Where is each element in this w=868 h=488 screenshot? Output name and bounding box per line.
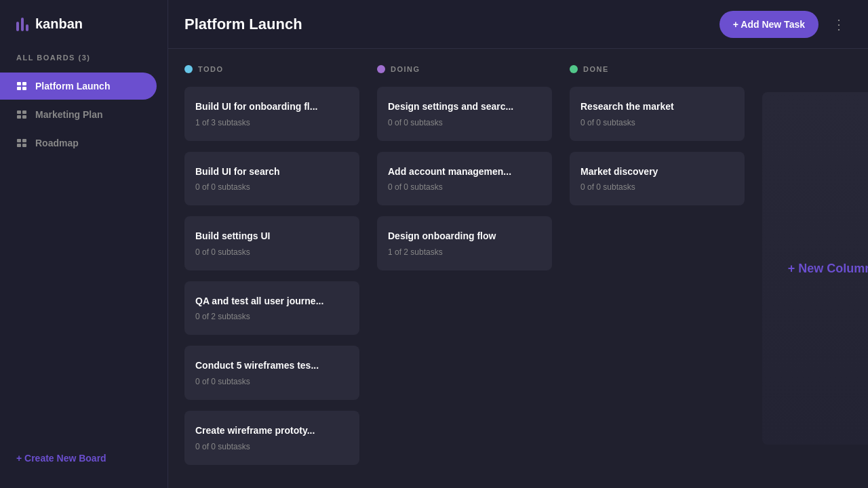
board-grid-icon: [17, 82, 26, 90]
create-board-button[interactable]: + Create New Board: [0, 445, 167, 472]
header: Platform Launch + Add New Task ⋮: [168, 0, 868, 49]
task-card[interactable]: Conduct 5 wireframes tes... 0 of 0 subta…: [184, 346, 359, 400]
board-icon: [16, 109, 27, 120]
column-dot-doing: [377, 65, 385, 73]
all-boards-label: All Boards (3): [0, 54, 167, 62]
task-subtasks: 0 of 0 subtasks: [388, 182, 541, 192]
board-area: Todo Build UI for onboarding fl... 1 of …: [168, 49, 868, 488]
task-subtasks: 0 of 2 subtasks: [195, 312, 349, 321]
header-actions: + Add New Task ⋮: [719, 11, 852, 38]
sidebar-item-label: Roadmap: [35, 138, 79, 148]
column-title-todo: Todo: [198, 65, 224, 73]
task-subtasks: 0 of 0 subtasks: [195, 377, 349, 386]
task-card[interactable]: Market discovery 0 of 0 subtasks: [570, 152, 745, 206]
column-dot-done: [570, 65, 578, 73]
task-title: Build settings UI: [195, 230, 349, 243]
task-subtasks: 0 of 0 subtasks: [195, 247, 349, 257]
task-subtasks: 1 of 3 subtasks: [195, 118, 349, 127]
task-subtasks: 0 of 0 subtasks: [580, 182, 734, 192]
column-doing: Doing Design settings and searc... 0 of …: [377, 65, 553, 472]
task-card[interactable]: Design onboarding flow 1 of 2 subtasks: [377, 216, 552, 270]
sidebar-item-marketing-plan[interactable]: Marketing Plan: [0, 101, 157, 128]
cards-container-doing: Design settings and searc... 0 of 0 subt…: [377, 87, 553, 270]
board-grid-icon: [17, 110, 26, 119]
new-column-button[interactable]: + New Column: [762, 92, 868, 445]
logo-bar-1: [16, 22, 19, 31]
column-header-todo: Todo: [184, 65, 361, 73]
task-title: Design settings and searc...: [388, 100, 541, 114]
cards-container-todo: Build UI for onboarding fl... 1 of 3 sub…: [184, 87, 361, 472]
column-title-done: Done: [583, 65, 609, 73]
sidebar-item-roadmap[interactable]: Roadmap: [0, 129, 157, 157]
sidebar-item-platform-launch[interactable]: Platform Launch: [0, 73, 157, 100]
page-title: Platform Launch: [184, 16, 302, 33]
task-title: Market discovery: [580, 165, 734, 179]
task-subtasks: 0 of 0 subtasks: [580, 118, 734, 127]
task-card[interactable]: Build UI for onboarding fl... 1 of 3 sub…: [184, 87, 359, 141]
column-header-doing: Doing: [377, 65, 553, 73]
new-column-area: + New Column: [762, 65, 868, 472]
board-icon: [16, 138, 27, 148]
task-title: Build UI for onboarding fl...: [195, 100, 349, 114]
task-subtasks: 0 of 0 subtasks: [195, 442, 349, 451]
column-todo: Todo Build UI for onboarding fl... 1 of …: [184, 65, 361, 472]
task-title: Design onboarding flow: [388, 230, 541, 243]
task-card[interactable]: Research the market 0 of 0 subtasks: [570, 87, 745, 141]
task-title: Conduct 5 wireframes tes...: [195, 359, 349, 373]
task-card[interactable]: Create wireframe prototy... 0 of 0 subta…: [184, 411, 359, 465]
column-header-done: Done: [570, 65, 746, 73]
task-title: QA and test all user journe...: [195, 295, 349, 308]
sidebar-nav: Platform Launch Marketing Plan Roadmap: [0, 73, 167, 439]
app-name: kanban: [35, 16, 83, 32]
logo-bar-3: [26, 24, 28, 31]
more-options-button[interactable]: ⋮: [827, 14, 852, 35]
logo-icon: [16, 18, 28, 31]
board-icon: [16, 81, 27, 92]
sidebar: kanban All Boards (3) Platform Launch Ma…: [0, 0, 168, 488]
task-card[interactable]: Build UI for search 0 of 0 subtasks: [184, 152, 359, 206]
logo-area: kanban: [0, 16, 167, 32]
task-card[interactable]: QA and test all user journe... 0 of 2 su…: [184, 281, 359, 336]
task-card[interactable]: Add account managemen... 0 of 0 subtasks: [377, 152, 552, 206]
task-subtasks: 1 of 2 subtasks: [388, 247, 541, 257]
column-title-doing: Doing: [391, 65, 420, 73]
task-subtasks: 0 of 0 subtasks: [195, 182, 349, 192]
main-content: Platform Launch + Add New Task ⋮ Todo Bu…: [168, 0, 868, 488]
cards-container-done: Research the market 0 of 0 subtasks Mark…: [570, 87, 746, 205]
board-grid-icon: [17, 139, 26, 147]
sidebar-item-label: Marketing Plan: [35, 109, 103, 120]
logo-bar-2: [21, 18, 24, 31]
task-title: Add account managemen...: [388, 165, 541, 179]
task-title: Research the market: [580, 100, 734, 114]
column-done: Done Research the market 0 of 0 subtasks…: [570, 65, 746, 472]
column-dot-todo: [184, 65, 193, 73]
task-title: Create wireframe prototy...: [195, 424, 349, 438]
task-subtasks: 0 of 0 subtasks: [388, 118, 541, 127]
task-card[interactable]: Build settings UI 0 of 0 subtasks: [184, 216, 359, 270]
task-title: Build UI for search: [195, 165, 349, 179]
add-task-button[interactable]: + Add New Task: [719, 11, 818, 38]
task-card[interactable]: Design settings and searc... 0 of 0 subt…: [377, 87, 552, 141]
sidebar-item-label: Platform Launch: [35, 81, 110, 92]
